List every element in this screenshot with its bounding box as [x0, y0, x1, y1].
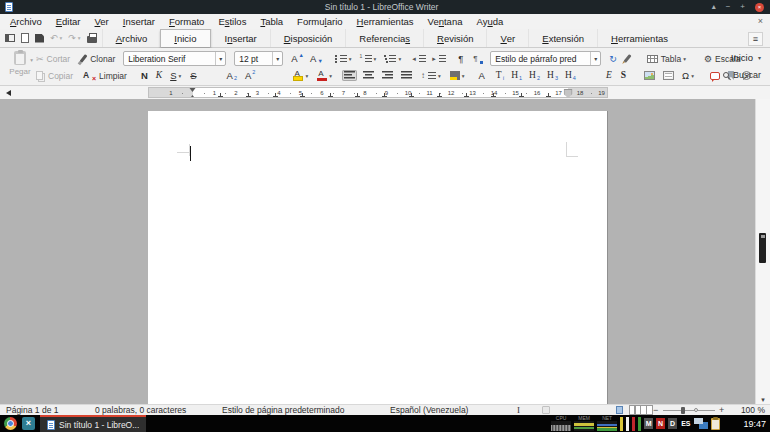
menu-estilos[interactable]: Estilos — [211, 16, 253, 27]
align-center-button[interactable] — [361, 70, 376, 81]
shrink-font-button[interactable]: A▼ — [308, 52, 325, 65]
keyboard-indicator-es[interactable]: ES — [680, 418, 691, 429]
menu-ventana[interactable]: Ventana — [421, 16, 470, 27]
tab-archivo[interactable]: Archivo — [102, 29, 161, 47]
edit-style-button[interactable] — [622, 53, 633, 64]
save-button[interactable] — [35, 34, 44, 43]
save-state-icon[interactable] — [542, 406, 550, 414]
clipboard-tray-icon[interactable] — [711, 418, 720, 430]
tab-disposicion[interactable]: Disposición — [270, 29, 346, 47]
net-monitor-icon[interactable]: NET — [597, 416, 617, 431]
underline-button[interactable]: S▾ — [168, 69, 183, 82]
heading4-style-button[interactable]: H4 — [563, 69, 578, 82]
insert-comment-button[interactable] — [708, 71, 722, 81]
line-spacing-button[interactable]: ▾ — [420, 70, 443, 81]
subscript-button[interactable]: A2 — [225, 69, 239, 82]
menu-insertar[interactable]: Insertar — [116, 16, 162, 27]
network-tray-icon[interactable] — [694, 418, 708, 429]
scrollbar-thumb[interactable] — [759, 233, 766, 263]
menu-tabla[interactable]: Tabla — [253, 16, 290, 27]
menu-formulario[interactable]: Formulario — [290, 16, 349, 27]
paragraph-background-button[interactable]: ▾ — [448, 70, 467, 81]
highlight-color-button[interactable]: ▾ — [291, 69, 310, 82]
strong-style-button[interactable]: S — [619, 69, 628, 82]
tab-insertar[interactable]: Insertar — [211, 29, 270, 47]
numbered-list-button[interactable]: ▾ — [358, 53, 379, 64]
tab-inicio[interactable]: Inicio — [160, 29, 210, 47]
font-name-combo[interactable]: Liberation Serif▾ — [121, 50, 228, 67]
browser-launcher-icon[interactable] — [4, 417, 17, 430]
close-document-icon[interactable]: × — [758, 14, 763, 29]
horizontal-ruler[interactable]: 112345678910111213141516171819 — [148, 87, 608, 98]
document-page[interactable] — [148, 111, 608, 404]
paragraph-style-combo[interactable]: Estilo de párrafo pred▾ — [490, 51, 601, 66]
zoom-slider[interactable] — [663, 405, 715, 416]
paragraph-style-combo[interactable]: Estilo de párrafo pred▾ — [488, 50, 603, 67]
single-page-view-icon[interactable] — [616, 406, 623, 414]
font-color-button[interactable]: ▾ — [315, 69, 334, 82]
formatting-marks-button[interactable]: ¶ — [456, 52, 465, 65]
insert-image-button[interactable] — [642, 70, 657, 81]
print-button[interactable] — [87, 33, 97, 43]
heading1-style-button[interactable]: H1 — [509, 69, 524, 82]
outline-list-button[interactable]: ▾ — [382, 53, 403, 64]
cut-button[interactable]: ✂Cortar — [34, 53, 72, 65]
insert-table-button[interactable]: Tabla▾ — [645, 53, 688, 65]
new-document-button[interactable] — [21, 33, 29, 43]
left-indent-marker[interactable] — [190, 88, 197, 98]
undo-button[interactable]: ↶▾ — [50, 33, 62, 43]
tab-herramientas[interactable]: Herramientas — [597, 29, 681, 47]
chevron-down-icon[interactable]: ▾ — [590, 52, 600, 65]
scroll-down-icon[interactable]: ▾ — [756, 395, 770, 404]
shade-window-icon[interactable]: ▴ — [712, 0, 716, 14]
copy-button[interactable]: Copiar — [34, 70, 75, 82]
font-size-combo[interactable]: 12 pt▾ — [232, 50, 285, 67]
tab-ver[interactable]: Ver — [486, 29, 528, 47]
clone-formatting-button[interactable]: Clonar — [78, 53, 117, 65]
app-launcher-icon[interactable]: × — [22, 417, 35, 430]
menu-archivo[interactable]: Archivo — [3, 16, 49, 27]
chevron-down-icon[interactable]: ▾ — [272, 52, 282, 65]
menu-ayuda[interactable]: Ayuda — [469, 16, 510, 27]
title-style-button[interactable]: Tí — [494, 69, 506, 82]
bold-button[interactable]: N — [139, 69, 150, 82]
strikethrough-button[interactable]: S — [188, 69, 198, 82]
zoom-in-icon[interactable]: + — [719, 405, 724, 415]
insert-mode-icon[interactable] — [517, 405, 520, 415]
hamburger-menu-icon[interactable]: ≡ — [748, 32, 763, 46]
align-left-button[interactable] — [342, 70, 357, 81]
redo-button[interactable]: ↷▾ — [68, 33, 80, 43]
keyboard-indicator-d[interactable]: D — [668, 418, 677, 429]
clear-formatting-button[interactable]: Limpiar — [81, 69, 129, 82]
inicio-menu-button[interactable]: Inicio ▾ — [731, 52, 761, 63]
grow-font-button[interactable]: A▲ — [289, 52, 306, 65]
page-number-field[interactable]: Página 1 de 1 — [6, 405, 58, 415]
close-window-icon[interactable]: × — [755, 3, 764, 12]
increase-indent-button[interactable] — [431, 53, 448, 64]
chevron-down-icon[interactable]: ▾ — [215, 52, 225, 65]
heading2-style-button[interactable]: H2 — [527, 69, 542, 82]
menu-herramientas[interactable]: Herramientas — [350, 16, 421, 27]
zoom-slider-thumb[interactable] — [681, 407, 685, 414]
zoom-percent[interactable]: 100 % — [741, 405, 765, 415]
update-style-button[interactable]: ↻ — [607, 53, 619, 65]
no-character-style-button[interactable]: A — [476, 69, 486, 82]
superscript-button[interactable]: A2 — [243, 69, 257, 82]
notebookbar-toggle-button[interactable] — [5, 34, 15, 42]
multi-page-view-icon[interactable] — [630, 406, 634, 414]
tab-extension[interactable]: Extensión — [528, 29, 597, 47]
keyboard-indicator-n[interactable]: N — [656, 418, 665, 429]
insert-frame-button[interactable] — [661, 70, 676, 81]
font-size-combo[interactable]: 12 pt▾ — [234, 51, 283, 66]
maximize-window-icon[interactable]: + — [740, 0, 745, 14]
word-count-field[interactable]: 0 palabras, 0 caracteres — [95, 405, 186, 415]
justify-button[interactable] — [399, 70, 414, 81]
tab-revision[interactable]: Revisión — [423, 29, 486, 47]
font-name-combo[interactable]: Liberation Serif▾ — [123, 51, 226, 66]
bullet-list-button[interactable]: ▾ — [333, 53, 354, 64]
emphasis-style-button[interactable]: E — [604, 69, 614, 82]
apply-paragraph-style-button[interactable] — [471, 53, 485, 65]
decrease-indent-button[interactable] — [411, 53, 428, 64]
page-style-field[interactable]: Estilo de página predeterminado — [222, 405, 344, 415]
menu-ver[interactable]: Ver — [88, 16, 116, 27]
